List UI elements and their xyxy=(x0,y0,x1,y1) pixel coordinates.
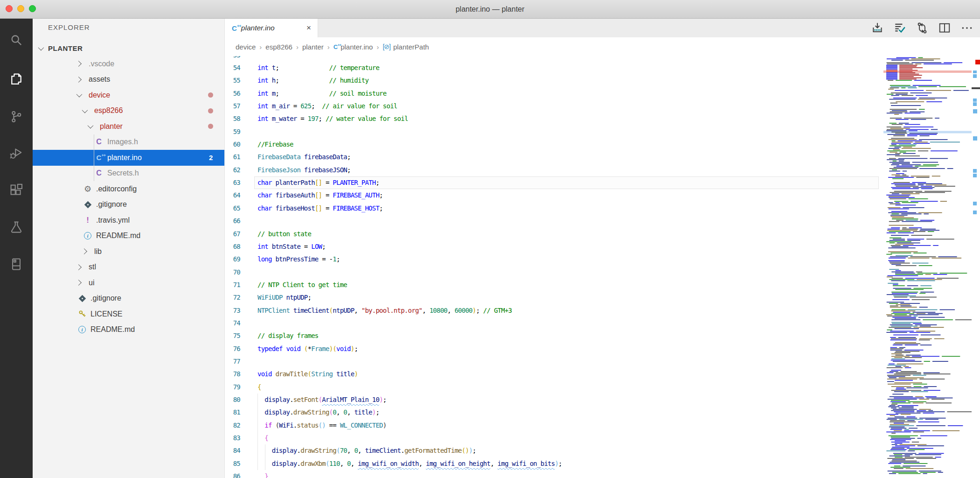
code-text[interactable]: FirebaseData firebaseData; xyxy=(240,151,351,163)
code-text[interactable]: display.setFont(ArialMT_Plain_10); xyxy=(240,394,387,406)
code-line-83[interactable]: 83 { xyxy=(225,432,879,444)
code-line-73[interactable]: 73NTPClient timeClient(ntpUDP, "by.pool.… xyxy=(225,304,879,317)
code-line-59[interactable]: 59 xyxy=(225,126,879,138)
code-line-66[interactable]: 66 xyxy=(225,215,879,227)
split-editor-icon[interactable] xyxy=(938,21,951,35)
line-number[interactable]: 66 xyxy=(225,215,240,227)
line-number[interactable]: 62 xyxy=(225,164,240,176)
source-control-icon[interactable] xyxy=(6,106,27,127)
code-text[interactable] xyxy=(240,355,257,368)
line-number[interactable]: 79 xyxy=(225,381,240,394)
tree-item-planter-ino[interactable]: C++planter.ino2 xyxy=(33,150,224,166)
code-line-57[interactable]: 57int m_air = 625; // air value for soil xyxy=(225,100,879,112)
code-text[interactable]: // display frames xyxy=(240,330,319,342)
line-number[interactable]: 67 xyxy=(225,228,240,240)
code-line-65[interactable]: 65char firbaseHost[] = FIREBASE_HOST; xyxy=(225,202,879,215)
code-text[interactable]: WiFiUDP ntpUDP; xyxy=(240,291,311,304)
code-text[interactable]: int t; // temperature xyxy=(240,62,379,74)
tree-item-images-h[interactable]: CImages.h xyxy=(33,134,224,150)
code-line-68[interactable]: 68int btnState = LOW; xyxy=(225,240,879,253)
tree-item-travis-yml[interactable]: !.travis.yml xyxy=(33,212,224,228)
code-line-81[interactable]: 81 display.drawString(0, 0, title); xyxy=(225,406,879,419)
code-text[interactable]: { xyxy=(240,381,261,394)
code-line-54[interactable]: 54int t; // temperature xyxy=(225,62,879,74)
line-number[interactable]: 65 xyxy=(225,202,240,215)
tree-item-esp8266[interactable]: esp8266 xyxy=(33,103,224,119)
line-number[interactable]: 56 xyxy=(225,87,240,100)
code-text[interactable]: display.drawXbm(110, 0, img_wifi_on_widt… xyxy=(240,457,562,470)
tree-item-device[interactable]: device xyxy=(33,87,224,103)
code-text[interactable]: } xyxy=(240,470,268,478)
tree-section-planter[interactable]: PLANTER xyxy=(33,41,224,56)
code-line-62[interactable]: 62FirebaseJson firebaseJSON; xyxy=(225,164,879,176)
code-line-56[interactable]: 56int m; // soil moisture xyxy=(225,87,879,100)
tree-item-secrets-h[interactable]: CSecrets.h xyxy=(33,166,224,182)
line-number[interactable]: 77 xyxy=(225,355,240,368)
code-text[interactable]: int m; // soil moisture xyxy=(240,87,386,100)
code-text[interactable]: if (WiFi.status() == WL_CONNECTED) xyxy=(240,419,387,432)
code-text[interactable]: NTPClient timeClient(ntpUDP, "by.pool.nt… xyxy=(240,304,512,317)
code-text[interactable]: long btnPressTime = -1; xyxy=(240,253,340,266)
breadcrumb-item-esp8266[interactable]: esp8266 xyxy=(265,43,292,51)
arduino-upload-icon[interactable] xyxy=(871,21,884,35)
tab-planter-ino[interactable]: C++ planter.ino × xyxy=(225,19,318,37)
code-text[interactable]: int btnState = LOW; xyxy=(240,240,326,253)
line-number[interactable]: 73 xyxy=(225,304,240,317)
code-line-79[interactable]: 79{ xyxy=(225,381,879,394)
tree-item-gitignore[interactable]: .gitignore xyxy=(33,197,224,213)
code-line-64[interactable]: 64char firbaseAuth[] = FIREBASE_AUTH; xyxy=(225,189,879,202)
tree-item-gitignore[interactable]: .gitignore xyxy=(33,291,224,307)
code-line-86[interactable]: 86 } xyxy=(225,470,879,478)
line-number[interactable]: 76 xyxy=(225,343,240,355)
tree-item-readme-md[interactable]: iREADME.md xyxy=(33,322,224,338)
line-number[interactable]: 68 xyxy=(225,240,240,253)
code-line-71[interactable]: 71// NTP Client to get time xyxy=(225,279,879,291)
line-number[interactable]: 81 xyxy=(225,406,240,419)
line-number[interactable]: 57 xyxy=(225,100,240,112)
code-line-58[interactable]: 58int m_water = 197; // water value for … xyxy=(225,112,879,125)
code-text[interactable]: int m_water = 197; // water value for so… xyxy=(240,112,408,125)
breadcrumb-item-planterpath[interactable]: [⊘]planterPath xyxy=(382,43,429,51)
code-line-77[interactable]: 77 xyxy=(225,355,879,368)
breadcrumb-item-device[interactable]: device xyxy=(236,43,256,51)
line-number[interactable]: 82 xyxy=(225,419,240,432)
sync-changes-icon[interactable] xyxy=(916,21,929,35)
tree-item-readme-md[interactable]: iREADME.md xyxy=(33,228,224,244)
tree-item-assets[interactable]: assets xyxy=(33,72,224,88)
code-line-84[interactable]: 84 display.drawString(70, 0, timeClient.… xyxy=(225,444,879,457)
line-number[interactable]: 60 xyxy=(225,138,240,151)
code-text[interactable]: char firbaseHost[] = FIREBASE_HOST; xyxy=(240,202,383,215)
line-number[interactable]: 71 xyxy=(225,279,240,291)
code-text[interactable]: typedef void (*Frame)(void); xyxy=(240,343,358,355)
line-number[interactable]: 83 xyxy=(225,432,240,444)
line-number[interactable]: 70 xyxy=(225,266,240,279)
line-number[interactable]: 85 xyxy=(225,457,240,470)
code-line-60[interactable]: 60//Firebase xyxy=(225,138,879,151)
explorer-icon[interactable] xyxy=(6,69,27,89)
code-line-82[interactable]: 82 if (WiFi.status() == WL_CONNECTED) xyxy=(225,419,879,432)
code-text[interactable]: char firbaseAuth[] = FIREBASE_AUTH; xyxy=(240,189,383,202)
line-number[interactable]: 64 xyxy=(225,189,240,202)
code-text[interactable] xyxy=(240,56,257,62)
code-line-78[interactable]: 78void drawTitle(String title) xyxy=(225,368,879,380)
breadcrumb-item-planter[interactable]: planter xyxy=(302,43,324,51)
code-text[interactable] xyxy=(240,215,257,227)
tree-item-license[interactable]: LICENSE xyxy=(33,306,224,322)
code-line-61[interactable]: 61FirebaseData firebaseData; xyxy=(225,151,879,163)
code-text[interactable] xyxy=(240,317,257,330)
code-line-72[interactable]: 72WiFiUDP ntpUDP; xyxy=(225,291,879,304)
tree-item-vscode[interactable]: .vscode xyxy=(33,56,224,72)
extensions-icon[interactable] xyxy=(6,180,27,201)
code-line-74[interactable]: 74 xyxy=(225,317,879,330)
tree-item-editorconfig[interactable]: ⚙.editorconfig xyxy=(33,181,224,197)
line-number[interactable]: 61 xyxy=(225,151,240,163)
line-number[interactable]: 78 xyxy=(225,368,240,380)
code-text[interactable]: int m_air = 625; // air value for soil xyxy=(240,100,397,112)
code-text[interactable]: display.drawString(70, 0, timeClient.get… xyxy=(240,444,476,457)
code-line-80[interactable]: 80 display.setFont(ArialMT_Plain_10); xyxy=(225,394,879,406)
tree-item-stl[interactable]: stl xyxy=(33,260,224,275)
code-text[interactable]: // NTP Client to get time xyxy=(240,279,347,291)
code-text[interactable]: //Firebase xyxy=(240,138,293,151)
code-line-63[interactable]: 63char planterPath[] = PLANTER_PATH; xyxy=(225,176,879,189)
breadcrumb-item-planter-ino[interactable]: C++planter.ino xyxy=(334,43,373,51)
